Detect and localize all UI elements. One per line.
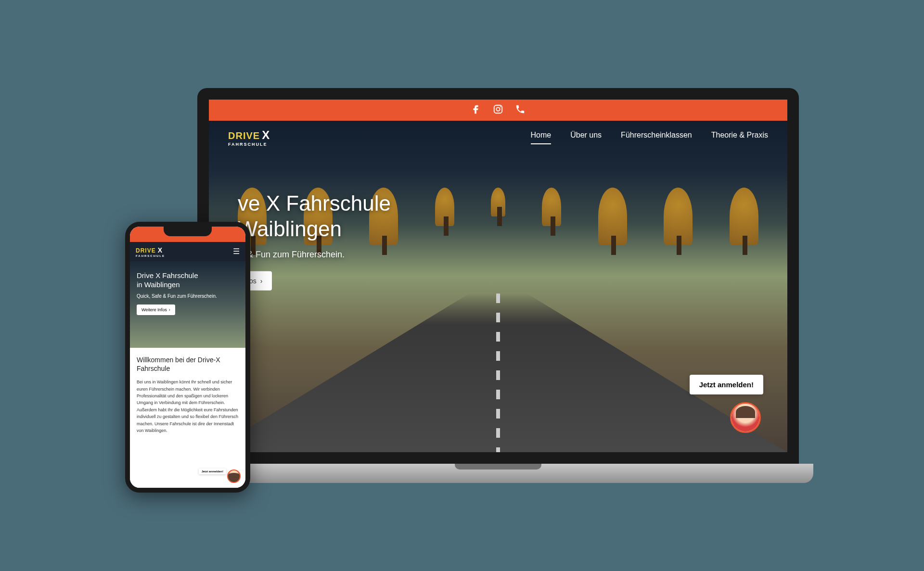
phone-mockup: DRIVEX FAHRSCHULE ☰ Drive X Fahrschule i… <box>125 222 250 493</box>
hero-content: ve X Fahrschule Waiblingen fe & Fun zum … <box>238 191 391 291</box>
nav-item-licenses[interactable]: Führerscheinklassen <box>621 131 692 144</box>
nav-links: Home Über uns Führerscheinklassen Theori… <box>531 131 769 144</box>
svg-point-2 <box>500 106 501 107</box>
logo[interactable]: DRIVEX FAHRSCHULE <box>228 128 270 147</box>
mobile-welcome-heading: Willkommen bei der Drive-X Fahrschule <box>137 355 239 373</box>
hero-subtitle: fe & Fun zum Führerschein. <box>238 249 391 259</box>
mobile-hero-title-line1: Drive X Fahrschule <box>137 271 198 279</box>
logo-text-sub: FAHRSCHULE <box>136 254 165 257</box>
hero-title-line1: ve X Fahrschule <box>238 191 391 215</box>
mobile-hero-title: Drive X Fahrschule in Waiblingen <box>137 271 239 290</box>
mobile-chat-avatar-icon[interactable] <box>227 469 241 483</box>
mobile-hero-cta-button[interactable]: Weitere Infos › <box>137 305 175 315</box>
logo-text-primary: DRIVE <box>136 247 156 254</box>
hero-title-line2: Waiblingen <box>238 217 342 241</box>
nav-item-home[interactable]: Home <box>531 131 552 144</box>
main-nav: DRIVEX FAHRSCHULE Home Über uns Führersc… <box>209 121 787 154</box>
mobile-nav: DRIVEX FAHRSCHULE ☰ <box>130 242 245 261</box>
chat-bubble[interactable]: Jetzt anmelden! <box>690 375 763 394</box>
mobile-logo[interactable]: DRIVEX FAHRSCHULE <box>136 246 165 257</box>
instagram-icon[interactable] <box>493 104 503 116</box>
logo-text-accent: X <box>158 246 162 254</box>
phone-screen: DRIVEX FAHRSCHULE ☰ Drive X Fahrschule i… <box>125 222 250 493</box>
mobile-hero-subtitle: Quick, Safe & Fun zum Führerschein. <box>137 293 239 299</box>
chat-avatar-icon[interactable] <box>730 402 761 433</box>
mobile-chat-bubble[interactable]: Jetzt anmelden! <box>199 469 226 474</box>
mobile-hero: Drive X Fahrschule in Waiblingen Quick, … <box>130 261 245 348</box>
mobile-hero-title-line2: in Waiblingen <box>137 280 180 289</box>
svg-point-1 <box>496 107 500 111</box>
logo-text-accent: X <box>262 128 270 141</box>
laptop-screen: DRIVEX FAHRSCHULE Home Über uns Führersc… <box>197 88 799 464</box>
mobile-website: DRIVEX FAHRSCHULE ☰ Drive X Fahrschule i… <box>130 227 245 488</box>
mobile-welcome-section: Willkommen bei der Drive-X Fahrschule Be… <box>130 348 245 488</box>
facebook-icon[interactable] <box>471 104 481 116</box>
hero-title: ve X Fahrschule Waiblingen <box>238 191 391 242</box>
laptop-base <box>183 464 813 483</box>
logo-text-sub: FAHRSCHULE <box>228 142 270 147</box>
nav-item-about[interactable]: Über uns <box>570 131 602 144</box>
social-top-bar <box>209 100 787 121</box>
mobile-welcome-body: Bei uns in Waiblingen könnt Ihr schnell … <box>137 379 239 434</box>
hamburger-menu-icon[interactable]: ☰ <box>233 247 240 256</box>
chevron-right-icon: › <box>169 307 170 312</box>
phone-icon[interactable] <box>515 104 526 116</box>
nav-item-theory[interactable]: Theorie & Praxis <box>711 131 768 144</box>
mobile-cta-label: Weitere Infos <box>141 307 167 312</box>
desktop-website: DRIVEX FAHRSCHULE Home Über uns Führersc… <box>209 100 787 452</box>
laptop-mockup: DRIVEX FAHRSCHULE Home Über uns Führersc… <box>197 88 799 483</box>
chevron-right-icon: › <box>260 277 263 284</box>
logo-text-primary: DRIVE <box>228 130 260 141</box>
